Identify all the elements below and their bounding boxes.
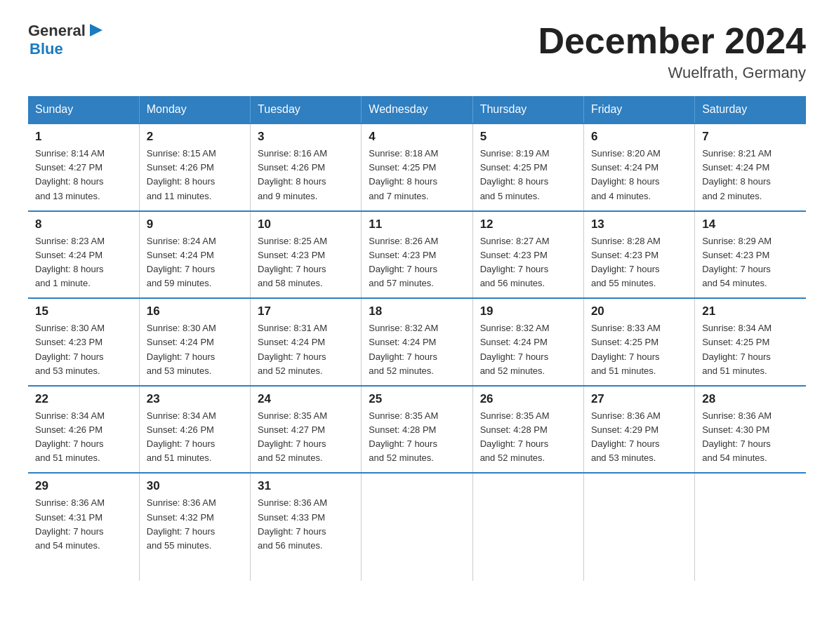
- day-info: Sunrise: 8:34 AMSunset: 4:25 PMDaylight:…: [702, 321, 799, 378]
- day-info: Sunrise: 8:32 AMSunset: 4:24 PMDaylight:…: [369, 321, 465, 378]
- calendar-cell: 12Sunrise: 8:27 AMSunset: 4:23 PMDayligh…: [472, 211, 583, 299]
- day-info: Sunrise: 8:34 AMSunset: 4:26 PMDaylight:…: [35, 409, 132, 466]
- logo-arrow-icon: [88, 22, 104, 38]
- calendar-cell: 22Sunrise: 8:34 AMSunset: 4:26 PMDayligh…: [28, 386, 139, 474]
- day-number: 2: [147, 130, 243, 144]
- day-number: 30: [147, 479, 243, 493]
- day-info: Sunrise: 8:35 AMSunset: 4:27 PMDaylight:…: [258, 409, 354, 466]
- day-number: 19: [480, 304, 576, 318]
- day-info: Sunrise: 8:33 AMSunset: 4:25 PMDaylight:…: [591, 321, 687, 378]
- day-info: Sunrise: 8:36 AMSunset: 4:32 PMDaylight:…: [147, 496, 243, 553]
- day-number: 7: [702, 130, 799, 144]
- day-number: 21: [702, 304, 799, 318]
- day-number: 12: [480, 217, 576, 232]
- calendar-cell: 6Sunrise: 8:20 AMSunset: 4:24 PMDaylight…: [583, 123, 694, 211]
- day-number: 11: [369, 217, 465, 232]
- day-info: Sunrise: 8:19 AMSunset: 4:25 PMDaylight:…: [480, 147, 576, 203]
- col-header-sunday: Sunday: [28, 96, 139, 123]
- location-label: Wuelfrath, Germany: [538, 64, 806, 82]
- day-info: Sunrise: 8:23 AMSunset: 4:24 PMDaylight:…: [35, 234, 132, 291]
- calendar-cell: 13Sunrise: 8:28 AMSunset: 4:23 PMDayligh…: [583, 211, 694, 299]
- day-info: Sunrise: 8:36 AMSunset: 4:30 PMDaylight:…: [702, 409, 799, 466]
- calendar-cell: 5Sunrise: 8:19 AMSunset: 4:25 PMDaylight…: [472, 123, 583, 211]
- day-info: Sunrise: 8:34 AMSunset: 4:26 PMDaylight:…: [147, 409, 243, 466]
- calendar-cell: 15Sunrise: 8:30 AMSunset: 4:23 PMDayligh…: [28, 298, 139, 386]
- logo-blue: Blue: [29, 41, 104, 58]
- calendar-cell: 31Sunrise: 8:36 AMSunset: 4:33 PMDayligh…: [251, 473, 362, 581]
- day-info: Sunrise: 8:29 AMSunset: 4:23 PMDaylight:…: [702, 234, 799, 291]
- calendar-header-row: SundayMondayTuesdayWednesdayThursdayFrid…: [28, 96, 806, 123]
- day-info: Sunrise: 8:30 AMSunset: 4:23 PMDaylight:…: [35, 321, 132, 378]
- day-info: Sunrise: 8:35 AMSunset: 4:28 PMDaylight:…: [480, 409, 576, 466]
- calendar-cell: 4Sunrise: 8:18 AMSunset: 4:25 PMDaylight…: [362, 123, 472, 211]
- title-section: December 2024 Wuelfrath, Germany: [538, 21, 806, 82]
- calendar-cell: [695, 473, 806, 581]
- day-info: Sunrise: 8:31 AMSunset: 4:24 PMDaylight:…: [258, 321, 354, 378]
- logo-general: General: [28, 22, 86, 39]
- day-number: 4: [369, 130, 465, 144]
- calendar-week-row-5: 29Sunrise: 8:36 AMSunset: 4:31 PMDayligh…: [28, 473, 806, 581]
- col-header-tuesday: Tuesday: [251, 96, 362, 123]
- calendar-cell: 1Sunrise: 8:14 AMSunset: 4:27 PMDaylight…: [28, 123, 139, 211]
- day-number: 28: [702, 392, 799, 406]
- calendar-cell: [362, 473, 472, 581]
- day-number: 20: [591, 304, 687, 318]
- calendar-cell: 24Sunrise: 8:35 AMSunset: 4:27 PMDayligh…: [251, 386, 362, 474]
- calendar-cell: 20Sunrise: 8:33 AMSunset: 4:25 PMDayligh…: [583, 298, 694, 386]
- day-number: 1: [35, 130, 132, 144]
- calendar-cell: 29Sunrise: 8:36 AMSunset: 4:31 PMDayligh…: [28, 473, 139, 581]
- col-header-monday: Monday: [139, 96, 250, 123]
- calendar-cell: [583, 473, 694, 581]
- col-header-thursday: Thursday: [472, 96, 583, 123]
- day-info: Sunrise: 8:14 AMSunset: 4:27 PMDaylight:…: [35, 147, 132, 203]
- day-number: 17: [258, 304, 354, 318]
- calendar-week-row-3: 15Sunrise: 8:30 AMSunset: 4:23 PMDayligh…: [28, 298, 806, 386]
- calendar-week-row-4: 22Sunrise: 8:34 AMSunset: 4:26 PMDayligh…: [28, 386, 806, 474]
- day-number: 18: [369, 304, 465, 318]
- day-number: 16: [147, 304, 243, 318]
- day-info: Sunrise: 8:20 AMSunset: 4:24 PMDaylight:…: [591, 147, 687, 203]
- calendar-cell: 25Sunrise: 8:35 AMSunset: 4:28 PMDayligh…: [362, 386, 472, 474]
- day-number: 5: [480, 130, 576, 144]
- calendar-cell: 23Sunrise: 8:34 AMSunset: 4:26 PMDayligh…: [139, 386, 250, 474]
- day-number: 26: [480, 392, 576, 406]
- calendar-cell: 17Sunrise: 8:31 AMSunset: 4:24 PMDayligh…: [251, 298, 362, 386]
- col-header-saturday: Saturday: [695, 96, 806, 123]
- day-info: Sunrise: 8:36 AMSunset: 4:33 PMDaylight:…: [258, 496, 354, 553]
- calendar-cell: 21Sunrise: 8:34 AMSunset: 4:25 PMDayligh…: [695, 298, 806, 386]
- day-number: 15: [35, 304, 132, 318]
- calendar-cell: 28Sunrise: 8:36 AMSunset: 4:30 PMDayligh…: [695, 386, 806, 474]
- day-info: Sunrise: 8:30 AMSunset: 4:24 PMDaylight:…: [147, 321, 243, 378]
- day-number: 22: [35, 392, 132, 406]
- day-number: 6: [591, 130, 687, 144]
- calendar-cell: 19Sunrise: 8:32 AMSunset: 4:24 PMDayligh…: [472, 298, 583, 386]
- calendar-cell: 10Sunrise: 8:25 AMSunset: 4:23 PMDayligh…: [251, 211, 362, 299]
- day-number: 13: [591, 217, 687, 232]
- calendar-cell: 2Sunrise: 8:15 AMSunset: 4:26 PMDaylight…: [139, 123, 250, 211]
- day-info: Sunrise: 8:21 AMSunset: 4:24 PMDaylight:…: [702, 147, 799, 203]
- day-info: Sunrise: 8:35 AMSunset: 4:28 PMDaylight:…: [369, 409, 465, 466]
- calendar-cell: 14Sunrise: 8:29 AMSunset: 4:23 PMDayligh…: [695, 211, 806, 299]
- day-info: Sunrise: 8:16 AMSunset: 4:26 PMDaylight:…: [258, 147, 354, 203]
- calendar-cell: 7Sunrise: 8:21 AMSunset: 4:24 PMDaylight…: [695, 123, 806, 211]
- day-number: 29: [35, 479, 132, 493]
- calendar-cell: 30Sunrise: 8:36 AMSunset: 4:32 PMDayligh…: [139, 473, 250, 581]
- day-number: 10: [258, 217, 354, 232]
- calendar-cell: 18Sunrise: 8:32 AMSunset: 4:24 PMDayligh…: [362, 298, 472, 386]
- day-info: Sunrise: 8:32 AMSunset: 4:24 PMDaylight:…: [480, 321, 576, 378]
- day-info: Sunrise: 8:36 AMSunset: 4:29 PMDaylight:…: [591, 409, 687, 466]
- calendar-week-row-2: 8Sunrise: 8:23 AMSunset: 4:24 PMDaylight…: [28, 211, 806, 299]
- day-number: 14: [702, 217, 799, 232]
- calendar-cell: 3Sunrise: 8:16 AMSunset: 4:26 PMDaylight…: [251, 123, 362, 211]
- calendar-cell: 8Sunrise: 8:23 AMSunset: 4:24 PMDaylight…: [28, 211, 139, 299]
- calendar-cell: 26Sunrise: 8:35 AMSunset: 4:28 PMDayligh…: [472, 386, 583, 474]
- calendar-cell: 11Sunrise: 8:26 AMSunset: 4:23 PMDayligh…: [362, 211, 472, 299]
- day-info: Sunrise: 8:25 AMSunset: 4:23 PMDaylight:…: [258, 234, 354, 291]
- day-number: 31: [258, 479, 354, 493]
- calendar-table: SundayMondayTuesdayWednesdayThursdayFrid…: [28, 96, 806, 581]
- calendar-cell: [472, 473, 583, 581]
- day-number: 8: [35, 217, 132, 232]
- day-number: 27: [591, 392, 687, 406]
- day-info: Sunrise: 8:36 AMSunset: 4:31 PMDaylight:…: [35, 496, 132, 553]
- calendar-week-row-1: 1Sunrise: 8:14 AMSunset: 4:27 PMDaylight…: [28, 123, 806, 211]
